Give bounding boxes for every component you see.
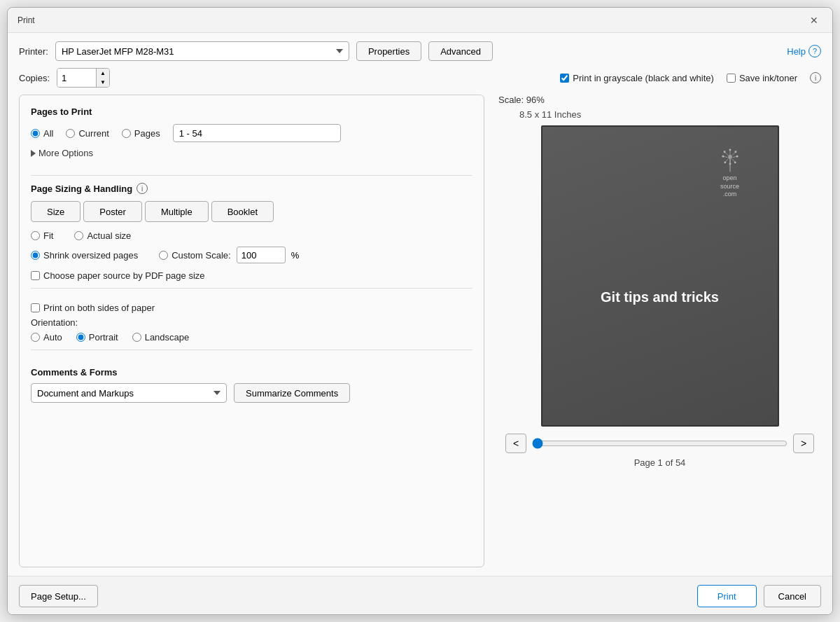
printer-row: Printer: HP LaserJet MFP M28-M31 Propert… xyxy=(19,41,821,61)
help-link[interactable]: Help ? xyxy=(787,45,821,57)
page-slider[interactable] xyxy=(532,438,788,449)
pages-label: Pages xyxy=(134,128,160,139)
print-both-row: Print on both sides of paper xyxy=(31,303,472,313)
print-both-label: Print on both sides of paper xyxy=(43,303,155,313)
choose-paper-checkbox[interactable] xyxy=(31,271,40,280)
all-radio-label[interactable]: All xyxy=(31,128,53,139)
custom-scale-radio-label[interactable]: Custom Scale: xyxy=(159,250,231,261)
summarize-button[interactable]: Summarize Comments xyxy=(234,383,350,403)
landscape-radio[interactable] xyxy=(132,333,141,342)
auto-label: Auto xyxy=(43,332,62,343)
custom-scale-label: Custom Scale: xyxy=(172,250,231,261)
help-icon: ? xyxy=(808,45,821,57)
preview-content: open source .com Git tips and tricks xyxy=(542,127,778,425)
current-radio-label[interactable]: Current xyxy=(66,128,108,139)
all-label: All xyxy=(43,128,53,139)
page-size-label: 8.5 x 11 Inches xyxy=(519,109,581,120)
copies-input-wrap: ▲ ▼ xyxy=(57,68,110,88)
copies-up-button[interactable]: ▲ xyxy=(97,69,109,78)
print-both-checkbox-label[interactable]: Print on both sides of paper xyxy=(31,303,155,313)
current-radio[interactable] xyxy=(66,129,75,138)
preview-wrapper: open source .com Git tips and tricks xyxy=(541,125,779,427)
page-setup-button[interactable]: Page Setup... xyxy=(19,585,98,607)
grayscale-checkbox[interactable] xyxy=(560,74,569,83)
prev-page-button[interactable]: < xyxy=(505,434,526,453)
svg-point-9 xyxy=(729,148,731,151)
orientation-row: Auto Portrait Landscape xyxy=(31,332,472,343)
choose-paper-row: Choose paper source by PDF page size xyxy=(31,270,472,281)
tab-size[interactable]: Size xyxy=(31,201,80,222)
main-content: Pages to Print All Current Pages xyxy=(19,95,821,567)
save-ink-label: Save ink/toner xyxy=(739,73,797,83)
portrait-label: Portrait xyxy=(89,332,118,343)
titlebar: Print ✕ xyxy=(8,8,832,33)
more-options-triangle xyxy=(31,150,36,157)
auto-radio[interactable] xyxy=(31,333,40,342)
comments-select[interactable]: Document and Markups Document Form Field… xyxy=(31,383,227,403)
pages-section-title: Pages to Print xyxy=(31,106,472,117)
comments-section: Comments & Forms Document and Markups Do… xyxy=(31,367,472,403)
help-link-text: Help xyxy=(787,46,806,57)
print-both-checkbox[interactable] xyxy=(31,303,40,312)
portrait-radio-label[interactable]: Portrait xyxy=(76,332,118,343)
preview-logo: open source .com xyxy=(718,148,743,199)
custom-scale-row: Custom Scale: % xyxy=(159,247,299,263)
fit-radio-label[interactable]: Fit xyxy=(31,230,53,241)
choose-paper-checkbox-label[interactable]: Choose paper source by PDF page size xyxy=(31,270,205,281)
orientation-section: Orientation: Auto Portrait Landscape xyxy=(31,317,472,343)
shrink-custom-row: Shrink oversized pages Custom Scale: % xyxy=(31,247,472,263)
actual-radio[interactable] xyxy=(74,231,83,240)
grayscale-checkbox-label[interactable]: Print in grayscale (black and white) xyxy=(560,73,714,83)
close-button[interactable]: ✕ xyxy=(806,13,822,27)
pages-radio-label[interactable]: Pages xyxy=(122,128,160,139)
tab-multiple[interactable]: Multiple xyxy=(145,201,209,222)
svg-point-13 xyxy=(722,156,724,158)
svg-point-14 xyxy=(736,156,738,158)
portrait-radio[interactable] xyxy=(76,333,85,342)
custom-scale-radio[interactable] xyxy=(159,251,168,260)
tab-poster[interactable]: Poster xyxy=(83,201,142,222)
advanced-button[interactable]: Advanced xyxy=(428,41,493,61)
sizing-options: Fit Actual size Shrink oversized pages xyxy=(31,230,472,263)
svg-point-11 xyxy=(723,151,725,153)
pages-radio-group: All Current Pages xyxy=(31,124,472,142)
custom-scale-input[interactable] xyxy=(237,247,286,263)
printer-label: Printer: xyxy=(19,46,48,57)
divider-3 xyxy=(31,350,472,350)
landscape-radio-label[interactable]: Landscape xyxy=(132,332,190,343)
pages-input[interactable] xyxy=(173,124,341,142)
save-ink-checkbox-label[interactable]: Save ink/toner xyxy=(727,73,797,83)
divider-1 xyxy=(31,175,472,176)
print-button[interactable]: Print xyxy=(697,585,757,607)
cancel-button[interactable]: Cancel xyxy=(764,585,821,607)
properties-button[interactable]: Properties xyxy=(356,41,421,61)
svg-point-15 xyxy=(724,161,726,163)
more-options[interactable]: More Options xyxy=(31,148,472,158)
grayscale-row: Print in grayscale (black and white) Sav… xyxy=(560,72,821,83)
auto-radio-label[interactable]: Auto xyxy=(31,332,62,343)
save-ink-info-icon: i xyxy=(810,72,821,83)
tab-booklet[interactable]: Booklet xyxy=(211,201,274,222)
slider-row: < > xyxy=(498,434,821,453)
printer-select[interactable]: HP LaserJet MFP M28-M31 xyxy=(55,41,349,61)
more-options-label: More Options xyxy=(38,148,93,158)
shrink-label: Shrink oversized pages xyxy=(43,250,138,261)
next-page-button[interactable]: > xyxy=(793,434,814,453)
dialog-title: Print xyxy=(18,15,35,25)
copies-down-button[interactable]: ▼ xyxy=(97,78,109,87)
fit-radio[interactable] xyxy=(31,231,40,240)
shrink-radio-label[interactable]: Shrink oversized pages xyxy=(31,250,138,261)
landscape-label: Landscape xyxy=(145,332,190,343)
page-sizing-info-icon: i xyxy=(136,183,148,194)
actual-radio-label[interactable]: Actual size xyxy=(74,230,131,241)
all-radio[interactable] xyxy=(31,129,40,138)
copies-input[interactable] xyxy=(57,69,96,87)
shrink-radio[interactable] xyxy=(31,251,40,260)
comments-row: Document and Markups Document Form Field… xyxy=(31,383,472,403)
current-label: Current xyxy=(78,128,108,139)
scale-info: Scale: 96% xyxy=(498,95,545,105)
save-ink-checkbox[interactable] xyxy=(727,74,736,83)
copies-row: Copies: ▲ ▼ Print in grayscale (black an… xyxy=(19,68,821,88)
pages-radio[interactable] xyxy=(122,129,131,138)
dialog-body: Printer: HP LaserJet MFP M28-M31 Propert… xyxy=(8,33,832,576)
